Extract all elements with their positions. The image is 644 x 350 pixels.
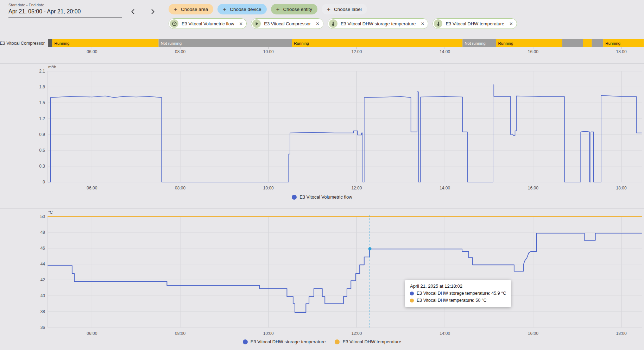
volumetric-flow-chart[interactable]: 06:0008:0010:0012:0014:0016:0018:0000.30… (0, 65, 644, 192)
thermometer-icon (329, 19, 337, 28)
legend-color-dot (335, 339, 340, 344)
time-tick-label: 10:00 (263, 49, 274, 54)
y-axis-tick-label: 42 (40, 277, 45, 282)
entity-chip-label: E3 Vitocal DHW storage temperature (341, 21, 416, 26)
filter-chips-row: +Choose area+Choose device+Choose entity… (169, 4, 367, 14)
y-axis-unit-label: m³/h (48, 65, 56, 69)
entity-chip-label: E3 Vitocal Volumetric flow (182, 21, 234, 26)
tooltip-row-text: E3 Vitocal DHW storage temperature: 45.9… (417, 291, 506, 296)
date-range-field[interactable]: Start date - End date Apr 21, 05:00 - Ap… (8, 3, 122, 18)
legend-color-dot (292, 195, 297, 200)
x-axis-tick-label: 16:00 (528, 186, 538, 190)
legend-label: E3 Vitocal DHW temperature (342, 339, 401, 344)
y-axis-tick-label: 44 (40, 262, 45, 267)
x-axis-tick-label: 06:00 (87, 186, 97, 190)
y-axis-unit-label: °C (48, 211, 53, 214)
x-axis-tick-label: 14:00 (440, 331, 450, 336)
x-axis-tick-label: 16:00 (528, 331, 538, 336)
chevron-right-icon (149, 7, 157, 16)
entity-chip-e3-vitocal-volumetric-flow[interactable]: E3 Vitocal Volumetric flow✕ (169, 18, 247, 29)
legend-item-e3-vitocal-volumetric-flow[interactable]: E3 Vitocal Volumetric flow (292, 194, 352, 200)
legend-label: E3 Vitocal DHW storage temperature (251, 339, 326, 344)
filter-chip-label: Choose entity (283, 7, 312, 12)
y-axis-tick-label: 40 (40, 293, 45, 298)
chart-tooltip: April 21, 2025 at 12:18:02 E3 Vitocal DH… (405, 280, 511, 307)
x-axis-tick-label: 10:00 (263, 331, 274, 336)
tooltip-row: E3 Vitocal DHW storage temperature: 45.9… (410, 291, 506, 296)
filter-chip-label: Choose device (230, 7, 261, 12)
section-divider (0, 208, 644, 209)
legend-label: E3 Vitocal Volumetric flow (299, 194, 352, 200)
y-axis-tick-label: 0.3 (39, 164, 45, 169)
entity-chip-e3-vitocal-dhw-storage-temperature[interactable]: E3 Vitocal DHW storage temperature✕ (328, 18, 429, 29)
filter-chip-choose-area[interactable]: +Choose area (169, 4, 213, 14)
timeline-segment-unavailable[interactable] (48, 39, 52, 47)
next-period-button[interactable] (147, 6, 158, 17)
time-tick-label: 08:00 (175, 49, 185, 54)
close-icon[interactable]: ✕ (239, 21, 243, 26)
close-icon[interactable]: ✕ (316, 21, 320, 26)
timeline-segment-not-running[interactable] (562, 39, 583, 47)
y-axis-tick-label: 0.6 (39, 148, 45, 153)
y-axis-tick-label: 0 (43, 180, 45, 185)
y-axis-tick-label: 1.5 (39, 100, 45, 105)
time-tick-label: 12:00 (351, 49, 362, 54)
plus-icon: + (174, 6, 177, 12)
tooltip-timestamp: April 21, 2025 at 12:18:02 (410, 283, 506, 289)
y-axis-tick-label: 1.8 (39, 85, 45, 89)
gauge-icon (170, 19, 178, 28)
y-axis-tick-label: 36 (40, 325, 45, 330)
filter-chip-choose-device[interactable]: +Choose device (217, 4, 266, 14)
legend-item-e3-vitocal-dhw-storage-temperature[interactable]: E3 Vitocal DHW storage temperature (243, 339, 326, 344)
y-axis-tick-label: 48 (40, 230, 45, 235)
timeline-segment-not-running[interactable] (592, 39, 604, 47)
y-axis-tick-label: 38 (40, 309, 45, 314)
temperature-chart[interactable]: 06:0008:0010:0012:0014:0016:0018:0036384… (0, 211, 644, 336)
series-line-e3-vitocal-dhw-storage-temperature (48, 233, 642, 312)
close-icon[interactable]: ✕ (509, 21, 513, 26)
timeline-segment-label: Not running (465, 41, 485, 45)
time-tick-label: 14:00 (440, 49, 450, 54)
plus-icon: + (276, 6, 280, 12)
tooltip-row: E3 Vitocal DHW temperature: 50 °C (410, 298, 506, 303)
previous-period-button[interactable] (127, 6, 139, 17)
filter-chip-choose-label[interactable]: +Choose label (322, 4, 367, 14)
section-divider (0, 63, 644, 64)
x-axis-tick-label: 08:00 (175, 331, 185, 336)
entity-chip-e3-vitocal-dhw-temperature[interactable]: E3 Vitocal DHW temperature✕ (433, 18, 517, 29)
x-axis-tick-label: 14:00 (440, 186, 450, 190)
x-axis-tick-label: 18:00 (616, 331, 627, 336)
compressor-timeline[interactable]: E3 Vitocal CompressorRunningNot runningR… (0, 31, 644, 54)
legend-color-dot (243, 339, 248, 344)
timeline-segment-running[interactable] (292, 39, 462, 47)
timeline-segment-label: Running (55, 41, 70, 45)
entity-chip-e3-vitocal-compressor[interactable]: E3 Vitocal Compressor✕ (251, 18, 323, 29)
timeline-segment-label: Running (294, 41, 309, 45)
x-axis-tick-label: 08:00 (175, 186, 185, 190)
time-tick-label: 06:00 (87, 49, 97, 54)
series-color-dot (410, 292, 414, 295)
plus-icon: + (327, 6, 330, 12)
close-icon[interactable]: ✕ (421, 21, 425, 26)
entity-chip-label: E3 Vitocal Compressor (264, 21, 311, 26)
x-axis-tick-label: 12:00 (351, 186, 362, 190)
y-axis-tick-label: 50 (40, 214, 45, 219)
x-axis-tick-label: 06:00 (87, 331, 97, 336)
x-axis-tick-label: 12:00 (351, 331, 362, 336)
timeline-segment-label: Not running (161, 41, 182, 45)
time-tick-label: 16:00 (528, 49, 538, 54)
legend-item-e3-vitocal-dhw-temperature[interactable]: E3 Vitocal DHW temperature (335, 339, 401, 344)
y-axis-tick-label: 0.9 (39, 132, 45, 137)
thermometer-icon (434, 19, 442, 28)
play-icon (252, 19, 261, 28)
entity-chips-row: E3 Vitocal Volumetric flow✕E3 Vitocal Co… (169, 18, 517, 29)
time-tick-label: 18:00 (616, 49, 627, 54)
x-axis-tick-label: 18:00 (616, 186, 627, 190)
temperature-chart-legend: E3 Vitocal DHW storage temperatureE3 Vit… (0, 339, 644, 344)
entity-chip-label: E3 Vitocal DHW temperature (446, 21, 504, 26)
date-range-label: Start date - End date (8, 3, 122, 7)
flow-chart-legend: E3 Vitocal Volumetric flow (0, 194, 644, 200)
timeline-segment-label: Running (498, 41, 513, 45)
timeline-segment-running[interactable] (583, 39, 592, 47)
filter-chip-choose-entity[interactable]: +Choose entity (271, 4, 318, 14)
